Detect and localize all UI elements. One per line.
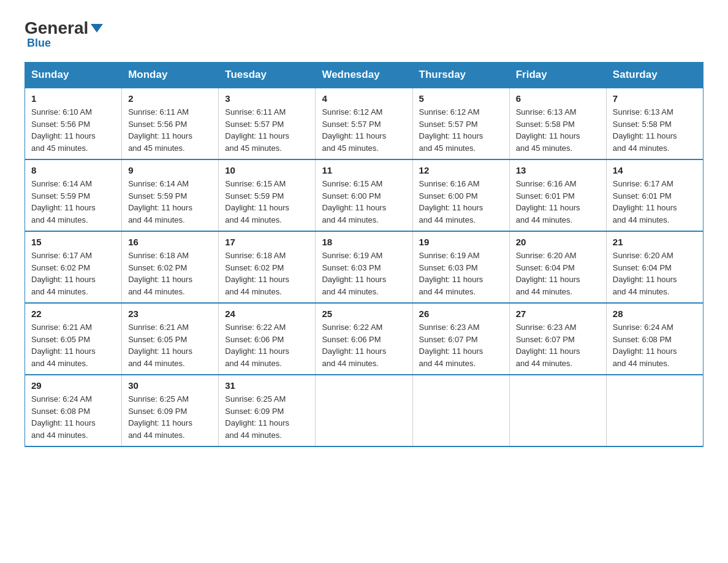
- calendar-cell: 19 Sunrise: 6:19 AM Sunset: 6:03 PM Dayl…: [412, 231, 509, 303]
- calendar-cell: 6 Sunrise: 6:13 AM Sunset: 5:58 PM Dayli…: [509, 88, 606, 159]
- day-info: Sunrise: 6:12 AM Sunset: 5:57 PM Dayligh…: [322, 106, 406, 154]
- day-info: Sunrise: 6:10 AM Sunset: 5:56 PM Dayligh…: [31, 106, 115, 154]
- calendar-cell: 24 Sunrise: 6:22 AM Sunset: 6:06 PM Dayl…: [219, 303, 316, 375]
- week-row-3: 15 Sunrise: 6:17 AM Sunset: 6:02 PM Dayl…: [25, 231, 703, 303]
- day-number: 24: [225, 308, 309, 319]
- day-info: Sunrise: 6:16 AM Sunset: 6:00 PM Dayligh…: [419, 178, 503, 226]
- calendar-cell: 10 Sunrise: 6:15 AM Sunset: 5:59 PM Dayl…: [219, 159, 316, 231]
- column-header-thursday: Thursday: [412, 63, 509, 88]
- logo: General Blue: [25, 18, 103, 50]
- day-info: Sunrise: 6:22 AM Sunset: 6:06 PM Dayligh…: [225, 321, 309, 369]
- day-info: Sunrise: 6:19 AM Sunset: 6:03 PM Dayligh…: [322, 250, 406, 297]
- day-number: 23: [128, 308, 212, 319]
- day-number: 21: [613, 237, 697, 247]
- calendar-cell: 5 Sunrise: 6:12 AM Sunset: 5:57 PM Dayli…: [412, 88, 509, 159]
- day-number: 29: [31, 380, 115, 391]
- calendar-cell: 18 Sunrise: 6:19 AM Sunset: 6:03 PM Dayl…: [316, 231, 412, 303]
- day-info: Sunrise: 6:25 AM Sunset: 6:09 PM Dayligh…: [225, 393, 309, 441]
- calendar-cell: 31 Sunrise: 6:25 AM Sunset: 6:09 PM Dayl…: [219, 375, 316, 446]
- day-info: Sunrise: 6:11 AM Sunset: 5:57 PM Dayligh…: [225, 106, 309, 154]
- day-number: 28: [613, 308, 697, 319]
- column-header-saturday: Saturday: [606, 63, 703, 88]
- day-info: Sunrise: 6:24 AM Sunset: 6:08 PM Dayligh…: [31, 393, 115, 441]
- day-info: Sunrise: 6:21 AM Sunset: 6:05 PM Dayligh…: [128, 321, 212, 369]
- day-info: Sunrise: 6:22 AM Sunset: 6:06 PM Dayligh…: [322, 321, 406, 369]
- day-number: 27: [516, 308, 600, 319]
- page-header: General Blue: [25, 18, 703, 50]
- week-row-1: 1 Sunrise: 6:10 AM Sunset: 5:56 PM Dayli…: [25, 88, 703, 159]
- day-info: Sunrise: 6:13 AM Sunset: 5:58 PM Dayligh…: [516, 106, 600, 154]
- day-info: Sunrise: 6:14 AM Sunset: 5:59 PM Dayligh…: [128, 178, 212, 226]
- calendar-cell: 12 Sunrise: 6:16 AM Sunset: 6:00 PM Dayl…: [412, 159, 509, 231]
- day-number: 9: [128, 165, 212, 175]
- day-info: Sunrise: 6:17 AM Sunset: 6:02 PM Dayligh…: [31, 250, 115, 297]
- column-header-sunday: Sunday: [25, 63, 122, 88]
- calendar-table: SundayMondayTuesdayWednesdayThursdayFrid…: [25, 62, 703, 447]
- calendar-cell: 16 Sunrise: 6:18 AM Sunset: 6:02 PM Dayl…: [122, 231, 219, 303]
- calendar-cell: 1 Sunrise: 6:10 AM Sunset: 5:56 PM Dayli…: [25, 88, 122, 159]
- day-info: Sunrise: 6:23 AM Sunset: 6:07 PM Dayligh…: [419, 321, 503, 369]
- calendar-cell: [509, 375, 606, 446]
- day-info: Sunrise: 6:18 AM Sunset: 6:02 PM Dayligh…: [225, 250, 309, 297]
- calendar-cell: 29 Sunrise: 6:24 AM Sunset: 6:08 PM Dayl…: [25, 375, 122, 446]
- day-number: 25: [322, 308, 406, 319]
- day-info: Sunrise: 6:15 AM Sunset: 5:59 PM Dayligh…: [225, 178, 309, 226]
- day-number: 14: [613, 165, 697, 175]
- column-header-wednesday: Wednesday: [316, 63, 412, 88]
- calendar-cell: 3 Sunrise: 6:11 AM Sunset: 5:57 PM Dayli…: [219, 88, 316, 159]
- day-number: 16: [128, 237, 212, 247]
- calendar-cell: 7 Sunrise: 6:13 AM Sunset: 5:58 PM Dayli…: [606, 88, 703, 159]
- day-number: 6: [516, 93, 600, 104]
- calendar-cell: 2 Sunrise: 6:11 AM Sunset: 5:56 PM Dayli…: [122, 88, 219, 159]
- calendar-cell: 11 Sunrise: 6:15 AM Sunset: 6:00 PM Dayl…: [316, 159, 412, 231]
- day-number: 11: [322, 165, 406, 175]
- calendar-cell: 20 Sunrise: 6:20 AM Sunset: 6:04 PM Dayl…: [509, 231, 606, 303]
- day-number: 12: [419, 165, 503, 175]
- day-number: 1: [31, 93, 115, 104]
- day-info: Sunrise: 6:17 AM Sunset: 6:01 PM Dayligh…: [613, 178, 697, 226]
- day-number: 20: [516, 237, 600, 247]
- day-info: Sunrise: 6:18 AM Sunset: 6:02 PM Dayligh…: [128, 250, 212, 297]
- calendar-cell: 21 Sunrise: 6:20 AM Sunset: 6:04 PM Dayl…: [606, 231, 703, 303]
- week-row-4: 22 Sunrise: 6:21 AM Sunset: 6:05 PM Dayl…: [25, 303, 703, 375]
- calendar-cell: [316, 375, 412, 446]
- logo-blue: Blue: [27, 37, 51, 50]
- calendar-cell: 8 Sunrise: 6:14 AM Sunset: 5:59 PM Dayli…: [25, 159, 122, 231]
- day-number: 18: [322, 237, 406, 247]
- calendar-cell: 23 Sunrise: 6:21 AM Sunset: 6:05 PM Dayl…: [122, 303, 219, 375]
- day-number: 17: [225, 237, 309, 247]
- day-number: 30: [128, 380, 212, 391]
- day-info: Sunrise: 6:25 AM Sunset: 6:09 PM Dayligh…: [128, 393, 212, 441]
- day-number: 2: [128, 93, 212, 104]
- logo-triangle-icon: [91, 24, 103, 33]
- day-info: Sunrise: 6:24 AM Sunset: 6:08 PM Dayligh…: [613, 321, 697, 369]
- day-number: 31: [225, 380, 309, 391]
- day-info: Sunrise: 6:20 AM Sunset: 6:04 PM Dayligh…: [613, 250, 697, 297]
- calendar-cell: 14 Sunrise: 6:17 AM Sunset: 6:01 PM Dayl…: [606, 159, 703, 231]
- day-number: 26: [419, 308, 503, 319]
- calendar-cell: 17 Sunrise: 6:18 AM Sunset: 6:02 PM Dayl…: [219, 231, 316, 303]
- day-info: Sunrise: 6:13 AM Sunset: 5:58 PM Dayligh…: [613, 106, 697, 154]
- day-info: Sunrise: 6:15 AM Sunset: 6:00 PM Dayligh…: [322, 178, 406, 226]
- day-number: 4: [322, 93, 406, 104]
- calendar-header-row: SundayMondayTuesdayWednesdayThursdayFrid…: [25, 63, 703, 88]
- week-row-5: 29 Sunrise: 6:24 AM Sunset: 6:08 PM Dayl…: [25, 375, 703, 446]
- day-number: 7: [613, 93, 697, 104]
- calendar-cell: 9 Sunrise: 6:14 AM Sunset: 5:59 PM Dayli…: [122, 159, 219, 231]
- week-row-2: 8 Sunrise: 6:14 AM Sunset: 5:59 PM Dayli…: [25, 159, 703, 231]
- day-info: Sunrise: 6:21 AM Sunset: 6:05 PM Dayligh…: [31, 321, 115, 369]
- day-number: 15: [31, 237, 115, 247]
- calendar-cell: [412, 375, 509, 446]
- day-number: 13: [516, 165, 600, 175]
- day-info: Sunrise: 6:16 AM Sunset: 6:01 PM Dayligh…: [516, 178, 600, 226]
- calendar-cell: [606, 375, 703, 446]
- calendar-cell: 25 Sunrise: 6:22 AM Sunset: 6:06 PM Dayl…: [316, 303, 412, 375]
- column-header-monday: Monday: [122, 63, 219, 88]
- day-info: Sunrise: 6:14 AM Sunset: 5:59 PM Dayligh…: [31, 178, 115, 226]
- day-info: Sunrise: 6:20 AM Sunset: 6:04 PM Dayligh…: [516, 250, 600, 297]
- column-header-tuesday: Tuesday: [219, 63, 316, 88]
- day-number: 10: [225, 165, 309, 175]
- day-info: Sunrise: 6:19 AM Sunset: 6:03 PM Dayligh…: [419, 250, 503, 297]
- day-info: Sunrise: 6:23 AM Sunset: 6:07 PM Dayligh…: [516, 321, 600, 369]
- day-number: 5: [419, 93, 503, 104]
